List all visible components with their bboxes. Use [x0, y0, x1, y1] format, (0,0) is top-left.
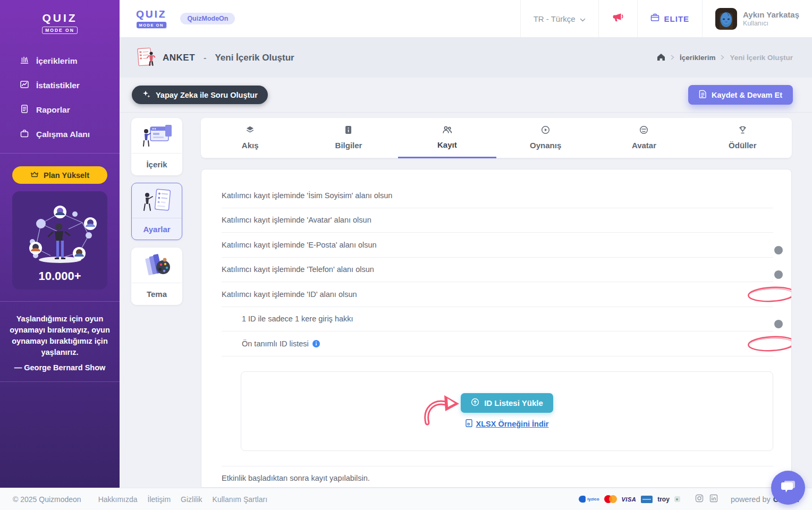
- sidebar-item-workspace[interactable]: Çalışma Alanı: [0, 122, 120, 147]
- user-menu[interactable]: Aykın Yarkataş Kullanıcı: [702, 0, 812, 37]
- sidebar-divider: [0, 153, 120, 154]
- quizmodeon-app: QUIZ MODE ON İçeriklerim İstatistikler R…: [0, 0, 812, 510]
- setting-label: Etkinlik başladıktan sonra kayıt yapılab…: [222, 474, 370, 482]
- xlsx-file-icon: [466, 419, 472, 429]
- footer-link-contact[interactable]: İletişim: [148, 495, 171, 504]
- people-icon: [442, 125, 452, 136]
- logo-text: QUIZ: [0, 12, 120, 24]
- page-header: ANKET - Yeni İçerik Oluştur İçeriklerim …: [120, 38, 812, 78]
- footer-links: Hakkımızda İletişim Gizlilik Kullanım Şa…: [98, 495, 267, 504]
- community-card: 10.000+: [12, 191, 107, 290]
- play-icon: [541, 125, 550, 137]
- page-title-group: ANKET - Yeni İçerik Oluştur: [136, 47, 294, 69]
- download-xlsx-sample-link[interactable]: XLSX Örneğini İndir: [466, 419, 549, 429]
- info-icon[interactable]: [312, 340, 320, 347]
- step-label: Ayarlar: [132, 218, 182, 240]
- secure-badge-icon: [674, 496, 680, 502]
- content-area: İçerik Ayarlar Tema: [120, 113, 812, 488]
- sidebar-item-reports[interactable]: Raporlar: [0, 98, 120, 122]
- footer-link-terms[interactable]: Kullanım Şartları: [213, 495, 267, 504]
- title-separator: -: [204, 53, 206, 63]
- megaphone-icon: [612, 12, 624, 26]
- home-icon[interactable]: [657, 53, 665, 63]
- breadcrumb: İçeriklerim Yeni İçerik Oluştur: [657, 53, 793, 63]
- sidebar-item-label: İçeriklerim: [36, 56, 78, 66]
- sidebar-menu: İçeriklerim İstatistikler Raporlar Çalış…: [0, 49, 120, 147]
- setting-row-fullname: Katılımcı kayıt işleminde 'İsim Soyisim'…: [222, 183, 773, 208]
- breadcrumb-current: Yeni İçerik Oluştur: [730, 54, 793, 62]
- save-continue-button[interactable]: Kaydet & Devam Et: [688, 85, 793, 105]
- navbar-right: TR - Türkçe ELITE Aykın Yarkataş: [520, 0, 812, 37]
- content-illustration: [132, 118, 182, 154]
- registration-settings-card: Katılımcı kayıt işleminde 'İsim Soyisim'…: [201, 169, 792, 488]
- brand-badge: QuizModeOn: [180, 13, 235, 24]
- sidebar-item-label: Raporlar: [36, 105, 70, 115]
- main-area: QUIZ MODE ON QuizModeOn TR - Türkçe ELIT…: [120, 0, 812, 488]
- plan-badge[interactable]: ELITE: [637, 0, 703, 37]
- toolbar: Yapay Zeka ile Soru Oluştur Kaydet & Dev…: [120, 78, 812, 113]
- sidebar: QUIZ MODE ON İçeriklerim İstatistikler R…: [0, 0, 120, 488]
- user-role: Kullanıcı: [743, 20, 799, 27]
- content-type-label: ANKET: [163, 53, 195, 63]
- network-illustration: [20, 205, 100, 267]
- survey-illustration-icon: [136, 47, 155, 69]
- breadcrumb-contents[interactable]: İçeriklerim: [680, 54, 716, 62]
- hand-drawn-arrow: [423, 390, 461, 427]
- face-icon: [639, 125, 648, 137]
- setting-label: Katılımcı kayıt işleminde 'ID' alanı ols…: [222, 290, 357, 299]
- chat-widget-button[interactable]: [771, 471, 805, 505]
- language-selector[interactable]: TR - Türkçe: [520, 0, 598, 37]
- step-nav: İçerik Ayarlar Tema: [131, 118, 182, 488]
- instagram-icon[interactable]: [695, 494, 704, 504]
- step-card-content[interactable]: İçerik: [131, 118, 182, 175]
- amex-logo: [641, 496, 653, 503]
- library-icon: [20, 55, 29, 67]
- payment-methods: iyzico VISA troy: [579, 495, 680, 503]
- trophy-icon: [738, 125, 747, 137]
- setting-row-email: Katılımcı kayıt işleminde 'E-Posta' alan…: [222, 233, 773, 258]
- setting-row-single-entry: 1 ID ile sadece 1 kere giriş hakkı: [222, 307, 773, 332]
- info-file-icon: [344, 125, 352, 137]
- navbar-brand[interactable]: QUIZ MODE ON: [136, 9, 166, 29]
- setting-label: Katılımcı kayıt işleminde 'İsim Soyisim'…: [222, 191, 392, 200]
- setting-row-late-registration: Etkinlik başladıktan sonra kayıt yapılab…: [222, 466, 773, 488]
- setting-row-predefined-ids: Ön tanımlı ID listesi: [222, 332, 773, 356]
- community-stat: 10.000+: [38, 269, 81, 283]
- breadcrumb-chevron-icon: [721, 54, 724, 62]
- announcements-button[interactable]: [598, 0, 637, 37]
- tab-avatar[interactable]: Avatar: [595, 118, 693, 158]
- ai-question-button[interactable]: Yapay Zeka ile Soru Oluştur: [132, 86, 268, 104]
- tab-rewards[interactable]: Ödüller: [693, 118, 792, 158]
- footer-link-privacy[interactable]: Gizlilik: [181, 495, 202, 504]
- chevron-down-icon: [580, 14, 586, 23]
- step-card-settings[interactable]: Ayarlar: [131, 183, 182, 240]
- setting-label: Katılımcı kayıt işleminde 'Telefon' alan…: [222, 265, 374, 274]
- visa-logo: VISA: [622, 496, 637, 503]
- settings-panel: Akış Bilgiler Kayıt Oynanış: [201, 118, 792, 488]
- upload-id-list-button[interactable]: ID Listesi Yükle: [461, 393, 553, 413]
- user-name: Aykın Yarkataş: [743, 10, 799, 19]
- upgrade-plan-button[interactable]: Plan Yükselt: [12, 166, 107, 184]
- tab-registration[interactable]: Kayıt: [398, 118, 496, 158]
- step-card-theme[interactable]: Tema: [131, 248, 182, 305]
- sidebar-divider: [0, 381, 120, 382]
- upload-circle-icon: [471, 398, 479, 408]
- sidebar-item-contents[interactable]: İçeriklerim: [0, 49, 120, 73]
- user-meta: Aykın Yarkataş Kullanıcı: [743, 10, 799, 27]
- linkedin-icon[interactable]: [709, 494, 718, 504]
- social-links: [695, 494, 718, 504]
- troy-logo: troy: [657, 496, 670, 503]
- tab-flow[interactable]: Akış: [201, 118, 299, 158]
- setting-row-avatar: Katılımcı kayıt işleminde 'Avatar' alanı…: [222, 208, 773, 233]
- footer-link-about[interactable]: Hakkımızda: [98, 495, 138, 504]
- crown-icon: [30, 171, 39, 180]
- setting-label: Katılımcı kayıt işleminde 'Avatar' alanı…: [222, 216, 371, 224]
- footer-right: iyzico VISA troy powered by Codem: [579, 494, 799, 504]
- tab-gameplay[interactable]: Oynanış: [496, 118, 595, 158]
- tab-bar: Akış Bilgiler Kayıt Oynanış: [201, 118, 792, 158]
- tab-info[interactable]: Bilgiler: [299, 118, 397, 158]
- breadcrumb-chevron-icon: [671, 54, 674, 62]
- setting-row-phone: Katılımcı kayıt işleminde 'Telefon' alan…: [222, 258, 773, 283]
- quote-author: — George Bernard Show: [7, 363, 112, 372]
- sidebar-item-statistics[interactable]: İstatistikler: [0, 73, 120, 98]
